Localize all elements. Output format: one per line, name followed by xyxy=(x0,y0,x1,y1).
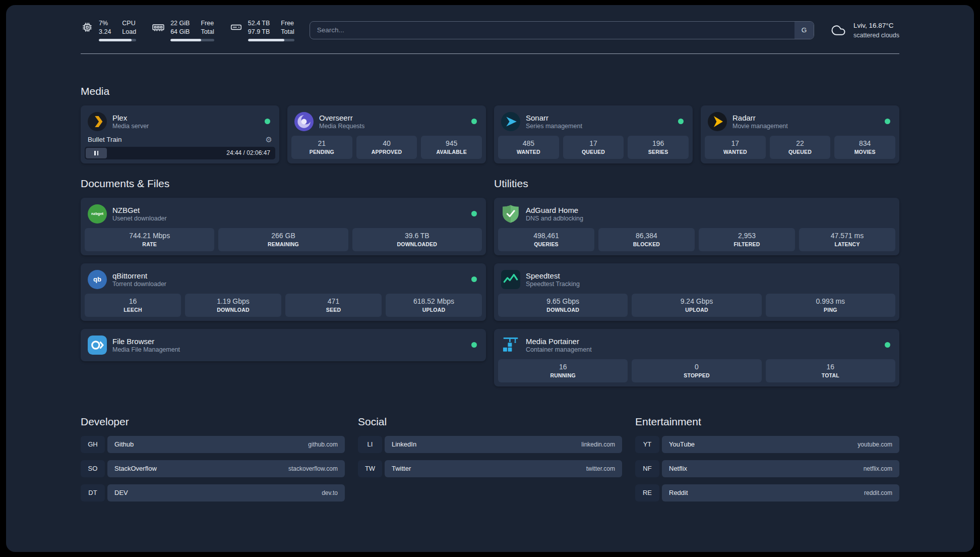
disk-widget: 52.4 TB 97.9 TB Free Total xyxy=(229,19,294,41)
cpu-percent: 7% xyxy=(99,19,111,28)
bookmark-url: youtube.com xyxy=(858,441,892,448)
gear-icon[interactable]: ⚙ xyxy=(266,136,272,143)
bookmark-name: YouTube xyxy=(669,440,695,448)
service-name: Plex xyxy=(112,114,149,122)
search-input[interactable] xyxy=(310,21,814,39)
search-provider-button[interactable]: G xyxy=(794,22,814,39)
bookmark-bar: Netflix netflix.com xyxy=(662,460,899,477)
service-card-adguard[interactable]: AdGuard Home DNS and adblocking 498,461 … xyxy=(494,198,899,255)
bookmark-bar: Twitter twitter.com xyxy=(385,460,622,477)
disk-icon xyxy=(229,21,243,34)
service-card-portainer[interactable]: Media Portainer Container management 16 … xyxy=(494,329,899,386)
plex-icon xyxy=(88,112,107,131)
stat-filtered: 2,953 FILTERED xyxy=(699,228,795,251)
stat-queued: 17 QUEUED xyxy=(563,136,624,159)
bookmark-bar: DEV dev.to xyxy=(107,484,345,502)
status-dot xyxy=(265,119,270,124)
bookmark-abbr: GH xyxy=(81,436,105,453)
memory-total-value: 64 GiB xyxy=(170,28,190,36)
bookmark-netflix[interactable]: NF Netflix netflix.com xyxy=(635,460,899,477)
bookmark-name: DEV xyxy=(114,489,128,496)
disk-free-label: Free xyxy=(281,19,294,28)
stat-series: 196 SERIES xyxy=(628,136,689,159)
service-card-sonarr[interactable]: Sonarr Series management 485 WANTED 17 Q… xyxy=(494,105,693,163)
bookmark-abbr: NF xyxy=(635,460,659,477)
stat-movies: 834 MOVIES xyxy=(834,136,895,159)
topbar-divider xyxy=(81,53,899,54)
section-utilities: Utilities AdGuard Home DNS and adblockin… xyxy=(494,178,899,386)
disk-total-label: Total xyxy=(281,28,294,36)
service-name: Media Portainer xyxy=(526,337,592,346)
filebrowser-icon xyxy=(88,336,107,355)
bookmark-linkedin[interactable]: LI LinkedIn linkedin.com xyxy=(358,436,622,453)
service-subtitle: Media server xyxy=(112,123,149,130)
service-card-qbittorrent[interactable]: qb qBittorrent Torrent downloader 16 LEE… xyxy=(81,263,486,321)
service-name: AdGuard Home xyxy=(526,206,583,214)
service-name: Speedtest xyxy=(526,271,580,280)
service-card-filebrowser[interactable]: File Browser Media File Management xyxy=(81,329,486,361)
bookmark-group-developer: Developer GH Github github.com SO StackO… xyxy=(81,416,345,509)
qbittorrent-icon: qb xyxy=(88,270,107,289)
stat-upload: 618.52 Mbps UPLOAD xyxy=(386,294,482,317)
service-subtitle: Torrent downloader xyxy=(112,281,166,288)
disk-total-value: 97.9 TB xyxy=(248,28,270,36)
bookmark-name: Netflix xyxy=(669,465,687,472)
memory-widget: 22 GiB 64 GiB Free Total xyxy=(151,19,214,41)
service-card-radarr[interactable]: Radarr Movie management 17 WANTED 22 QUE… xyxy=(701,105,899,163)
media-player-bar[interactable]: 24:44 / 02:06:47 xyxy=(85,147,275,159)
portainer-icon xyxy=(501,336,520,355)
service-subtitle: Movie management xyxy=(732,123,788,130)
bookmark-bar: Reddit reddit.com xyxy=(662,484,899,502)
playback-time: 24:44 / 02:06:47 xyxy=(226,149,274,156)
stat-pending: 21 PENDING xyxy=(291,136,352,159)
service-subtitle: Media Requests xyxy=(319,123,364,130)
bookmarks-row: Developer GH Github github.com SO StackO… xyxy=(81,416,899,509)
weather-location: Lviv, 16.87°C xyxy=(853,21,899,31)
speedtest-icon xyxy=(501,270,520,289)
cpu-progress-bar xyxy=(99,39,136,41)
service-card-overseerr[interactable]: Overseerr Media Requests 21 PENDING 40 A… xyxy=(287,105,486,163)
nzbget-icon: nzbget xyxy=(88,204,107,224)
service-card-plex[interactable]: Plex Media server Bullet Train ⚙ 24:44 /… xyxy=(81,105,279,163)
stat-total: 16 TOTAL xyxy=(766,359,895,382)
bookmark-youtube[interactable]: YT YouTube youtube.com xyxy=(635,436,899,453)
stat-seed: 471 SEED xyxy=(285,294,382,317)
cloud-icon xyxy=(829,23,847,38)
bookmark-abbr: YT xyxy=(635,436,659,453)
topbar: 7% 3.24 CPU Load xyxy=(81,19,899,41)
homepage-dashboard: 7% 3.24 CPU Load xyxy=(6,5,974,552)
bookmark-url: netflix.com xyxy=(864,465,892,472)
bookmark-reddit[interactable]: RE Reddit reddit.com xyxy=(635,484,899,502)
service-name: Radarr xyxy=(732,114,788,122)
stat-latency: 47.571 ms LATENCY xyxy=(799,228,895,251)
stat-running: 16 RUNNING xyxy=(498,359,628,382)
bookmark-url: linkedin.com xyxy=(581,441,615,448)
stat-leech: 16 LEECH xyxy=(85,294,181,317)
cpu-load-value: 3.24 xyxy=(99,28,111,36)
pause-button[interactable] xyxy=(86,148,107,158)
service-card-nzbget[interactable]: nzbget NZBGet Usenet downloader 744.21 M… xyxy=(81,198,486,255)
bookmark-url: reddit.com xyxy=(864,489,892,496)
bookmark-url: stackoverflow.com xyxy=(288,465,338,472)
radarr-icon xyxy=(708,112,727,131)
service-name: qBittorrent xyxy=(112,271,166,280)
bookmark-stackoverflow[interactable]: SO StackOverflow stackoverflow.com xyxy=(81,460,345,477)
stat-blocked: 86,384 BLOCKED xyxy=(598,228,695,251)
now-playing-title: Bullet Train xyxy=(88,136,122,143)
status-dot xyxy=(471,342,477,348)
memory-total-label: Total xyxy=(201,28,214,36)
disk-free-value: 52.4 TB xyxy=(248,19,270,28)
bookmark-bar: YouTube youtube.com xyxy=(662,436,899,453)
service-name: NZBGet xyxy=(112,206,167,214)
stat-download: 9.65 Gbps DOWNLOAD xyxy=(498,294,628,317)
stat-ping: 0.993 ms PING xyxy=(766,294,895,317)
service-card-speedtest[interactable]: Speedtest Speedtest Tracking 9.65 Gbps D… xyxy=(494,263,899,321)
bookmark-twitter[interactable]: TW Twitter twitter.com xyxy=(358,460,622,477)
stat-rate: 744.21 Mbps RATE xyxy=(85,228,214,251)
service-subtitle: Container management xyxy=(526,346,592,353)
bookmark-github[interactable]: GH Github github.com xyxy=(81,436,345,453)
bookmark-dev[interactable]: DT DEV dev.to xyxy=(81,484,345,502)
cpu-load-label: Load xyxy=(122,28,136,36)
bookmark-group-title: Entertainment xyxy=(635,416,899,428)
bookmark-name: Twitter xyxy=(392,465,411,472)
